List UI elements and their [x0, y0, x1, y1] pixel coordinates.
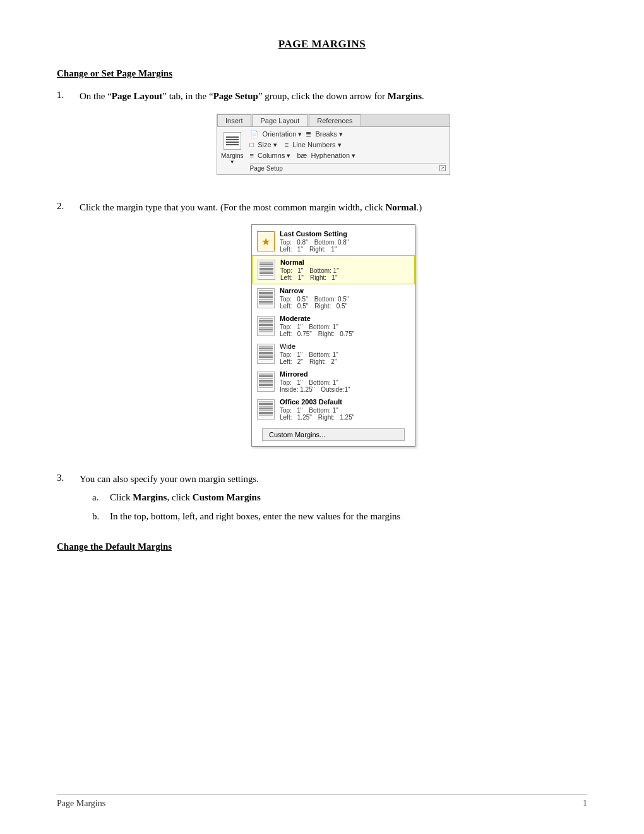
sub-item-b: b. In the top, bottom, left, and right b…	[92, 509, 587, 524]
step-3-text: You can also specify your own margin set…	[80, 472, 587, 486]
step-1-number: 1.	[57, 89, 80, 100]
moderate-icon	[257, 316, 275, 336]
last-custom-vals: Top: 0.8" Bottom: 0.8"	[280, 239, 410, 246]
mirrored-icon	[257, 372, 275, 392]
sub-b-label: b.	[92, 509, 110, 524]
mirrored-vals2: Inside: 1.25" Outside:1"	[280, 386, 410, 393]
sub-list: a. Click Margins, click Custom Margins b…	[80, 490, 587, 524]
narrow-right: Right: 0.5"	[314, 303, 347, 310]
last-custom-icon: ★	[257, 231, 275, 251]
office2003-icon	[257, 399, 275, 420]
columns-label: Columns ▾	[258, 152, 290, 160]
step-1-text: On the “Page Layout” tab, in the “Page S…	[80, 89, 587, 104]
size-label: Size ▾	[258, 141, 277, 149]
step-1-content: On the “Page Layout” tab, in the “Page S…	[80, 89, 587, 188]
moderate-left: Left: 0.75"	[280, 330, 312, 337]
mirrored-outside: Outside:1"	[321, 386, 350, 393]
margins-arrow: ▼	[230, 159, 235, 165]
margins-dropdown: ★ Last Custom Setting Top: 0.8" Bottom: …	[251, 224, 415, 447]
step-2-number: 2.	[57, 200, 80, 212]
breaks-icon: ≣	[306, 130, 311, 138]
mirrored-name: Mirrored	[280, 370, 410, 378]
page-layout-tab: Page Layout	[253, 114, 308, 126]
office2003-top: Top: 1"	[280, 407, 302, 414]
last-custom-name: Last Custom Setting	[280, 230, 410, 238]
normal-bold: Normal	[385, 202, 416, 212]
last-custom-bottom: Bottom: 0.8"	[314, 239, 349, 246]
sub-b-text: In the top, bottom, left, and right boxe…	[110, 509, 400, 524]
margin-option-wide: Wide Top: 1" Bottom: 1" Left: 2" Right: …	[252, 340, 415, 368]
orientation-label: Orientation ▾	[263, 130, 302, 138]
normal-vals: Top: 1" Bottom: 1"	[280, 267, 409, 274]
last-custom-top: Top: 0.8"	[280, 239, 308, 246]
last-custom-left: Left: 1"	[280, 246, 303, 253]
margin-option-moderate: Moderate Top: 1" Bottom: 1" Left: 0.75" …	[252, 312, 415, 340]
narrow-icon	[257, 288, 275, 308]
page-setup-label: Page Setup	[250, 165, 283, 172]
normal-text: Normal Top: 1" Bottom: 1" Left: 1" Right…	[280, 258, 409, 281]
custom-margins-row: Custom Margins...	[252, 423, 415, 444]
columns-icon: ≡	[250, 152, 254, 159]
step-3: 3. You can also specify your own margin …	[57, 472, 587, 529]
wide-icon	[257, 344, 275, 364]
step-2-content: Click the margin type that you want. (Fo…	[80, 200, 587, 460]
wide-name: Wide	[280, 342, 410, 350]
margin-option-normal: Normal Top: 1" Bottom: 1" Left: 1" Right…	[252, 255, 415, 284]
normal-left: Left: 1"	[280, 274, 304, 281]
ribbon-row-orientation: 📄 Orientation ▾ ≣ Breaks ▾	[250, 130, 446, 139]
breaks-label: Breaks ▾	[315, 130, 342, 138]
moderate-name: Moderate	[280, 315, 410, 322]
sub-a-text: Click Margins, click Custom Margins	[110, 490, 261, 505]
wide-vals: Top: 1" Bottom: 1"	[280, 351, 410, 358]
footer-left: Page Margins	[57, 799, 105, 809]
wide-right: Right: 2"	[309, 358, 337, 365]
section1-heading: Change or Set Page Margins	[57, 68, 587, 79]
size-icon: □	[250, 141, 254, 148]
normal-icon	[258, 260, 275, 280]
moderate-top: Top: 1"	[280, 323, 302, 330]
step-1: 1. On the “Page Layout” tab, in the “Pag…	[57, 89, 587, 188]
wide-vals2: Left: 2" Right: 2"	[280, 358, 410, 365]
normal-name: Normal	[280, 258, 409, 266]
footer-right: 1	[583, 799, 587, 809]
step-3-number: 3.	[57, 472, 80, 483]
hyphenation-label: Hyphenation ▾	[311, 152, 355, 160]
page-title: PAGE MARGINS	[57, 38, 587, 51]
step-2-text: Click the margin type that you want. (Fo…	[80, 200, 587, 215]
narrow-name: Narrow	[280, 287, 410, 294]
ribbon-image: Insert Page Layout References Margins ▼	[217, 114, 450, 175]
wide-top: Top: 1"	[280, 351, 302, 358]
mirrored-text: Mirrored Top: 1" Bottom: 1" Inside: 1.25…	[280, 370, 410, 393]
orientation-icon: 📄	[250, 130, 259, 138]
margins-button-col: Margins ▼	[221, 130, 244, 165]
step-2: 2. Click the margin type that you want. …	[57, 200, 587, 460]
narrow-left: Left: 0.5"	[280, 303, 308, 310]
ribbon-row-size: □ Size ▾ ≡ Line Numbers ▾	[250, 140, 446, 150]
office2003-text: Office 2003 Default Top: 1" Bottom: 1" L…	[280, 398, 410, 421]
margin-option-last-custom: ★ Last Custom Setting Top: 0.8" Bottom: …	[252, 227, 415, 255]
mirrored-top: Top: 1"	[280, 379, 302, 386]
moderate-vals2: Left: 0.75" Right: 0.75"	[280, 330, 410, 337]
sub-item-a: a. Click Margins, click Custom Margins	[92, 490, 587, 505]
last-custom-right: Right: 1"	[309, 246, 337, 253]
page-setup-group-label: Page Setup ↗	[250, 163, 446, 172]
margin-option-office2003: Office 2003 Default Top: 1" Bottom: 1" L…	[252, 396, 415, 423]
ribbon-row-columns: ≡ Columns ▾ bæ Hyphenation ▾	[250, 151, 446, 160]
margin-option-mirrored: Mirrored Top: 1" Bottom: 1" Inside: 1.25…	[252, 368, 415, 396]
page-footer: Page Margins 1	[57, 794, 587, 809]
instructions-list: 1. On the “Page Layout” tab, in the “Pag…	[57, 89, 587, 529]
margins-bold: Margins	[133, 492, 167, 502]
margin-option-narrow: Narrow Top: 0.5" Bottom: 0.5" Left: 0.5"…	[252, 284, 415, 312]
ribbon-controls: 📄 Orientation ▾ ≣ Breaks ▾ □ Size ▾ ≡ Li…	[250, 130, 446, 172]
office2003-bottom: Bottom: 1"	[309, 407, 338, 414]
custom-margins-bold: Custom Margins	[193, 492, 261, 502]
line-numbers-icon: ≡	[285, 141, 289, 148]
office2003-right: Right: 1.25"	[318, 414, 354, 421]
custom-margins-button[interactable]: Custom Margins...	[262, 428, 405, 441]
narrow-top: Top: 0.5"	[280, 296, 308, 303]
margins-button-label: Margins	[221, 152, 244, 159]
mirrored-inside: Inside: 1.25"	[280, 386, 314, 393]
normal-top: Top: 1"	[280, 267, 303, 274]
moderate-vals: Top: 1" Bottom: 1"	[280, 323, 410, 330]
ribbon-tabs: Insert Page Layout References	[217, 114, 450, 127]
